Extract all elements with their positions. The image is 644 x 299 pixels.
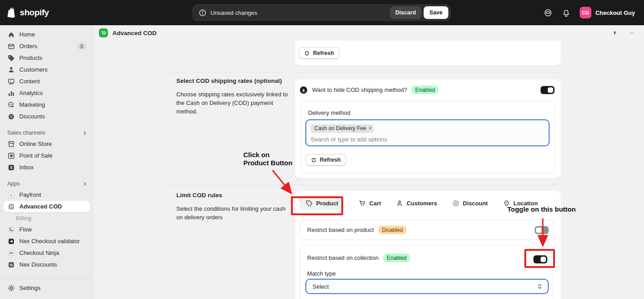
delivery-method-input[interactable]: Cash on Delivery Fee × Search or type to… (305, 119, 550, 146)
more-options-button[interactable] (627, 28, 637, 38)
unsaved-changes-label: Unsaved changes (210, 9, 257, 16)
delivery-method-label: Delivery method (308, 109, 350, 116)
annotation-toggle-hint: Toggle on this button (507, 205, 584, 213)
sidebar-item-home[interactable]: Home (4, 29, 90, 40)
home-icon (7, 31, 15, 38)
page-header-actions (610, 25, 637, 41)
nex-discounts-app-icon: % (7, 261, 15, 268)
chevron-updown-icon (537, 283, 542, 290)
section-description: Choose shipping rates exclusively linked… (176, 90, 288, 116)
advanced-cod-app-icon (99, 28, 108, 37)
content-icon (7, 78, 15, 85)
avatar: CG (580, 7, 591, 18)
refresh-button[interactable]: Refresh (305, 154, 346, 166)
chevron-right-icon (82, 131, 87, 136)
sidebar: Home Orders 3 Products Customers Content (0, 25, 94, 299)
user-name: Checkout Guy (595, 9, 635, 16)
tab-customers[interactable]: Customers (395, 197, 438, 210)
svg-text:¢: ¢ (10, 193, 12, 197)
online-store-icon (7, 140, 15, 148)
sidebar-section-apps[interactable]: Apps (0, 178, 94, 189)
section-description: Select the conditions for limiting your … (176, 204, 292, 222)
section-heading: Limit COD rules (176, 192, 290, 199)
discounts-icon (7, 113, 15, 120)
save-button[interactable]: Save (424, 6, 448, 19)
customers-icon (7, 66, 15, 73)
sidebar-item-advanced-cod[interactable]: Advanced COD (4, 201, 90, 212)
annotation-box-collection-toggle (524, 249, 555, 268)
sidebar-item-content[interactable]: Content (4, 76, 90, 87)
sidebar-item-inbox[interactable]: S Inbox (4, 162, 90, 173)
refresh-icon (311, 157, 317, 163)
restrict-collection-row: Restrict based on collection Enabled Mat… (300, 245, 554, 299)
sidebar-item-settings[interactable]: Settings (4, 282, 90, 294)
sidebar-item-customers[interactable]: Customers (4, 64, 90, 75)
annotation-box-product-tab (291, 196, 343, 215)
page-header: Advanced COD (94, 25, 644, 41)
shopify-admin: shopify Unsaved changes Discard Save CG … (0, 0, 644, 299)
sidebar-item-nex-discounts[interactable]: % Nex Discounts (4, 259, 90, 270)
svg-text:%: % (9, 263, 13, 267)
notifications-bell-button[interactable] (559, 5, 573, 20)
status-badge: Disabled (378, 226, 407, 234)
remove-chip-icon[interactable]: × (368, 126, 371, 131)
chevron-right-icon (82, 181, 87, 186)
sidebar-item-billing[interactable]: Billing (4, 213, 90, 223)
sidebar-item-flow[interactable]: Flow (4, 224, 90, 235)
delivery-method-box: Delivery method Cash on Delivery Fee × S… (300, 101, 555, 173)
shopify-logo[interactable]: shopify (7, 0, 49, 25)
sidebar-item-products[interactable]: Products (4, 52, 90, 63)
sidebar-item-nex-checkout-validator[interactable]: Nex Checkout validator (4, 236, 90, 247)
discard-button[interactable]: Discard (390, 6, 421, 19)
sidebar-item-orders[interactable]: Orders 3 (4, 41, 90, 52)
sidebar-section-sales-channels[interactable]: Sales channels (0, 127, 94, 138)
user-menu[interactable]: CG Checkout Guy (577, 5, 638, 20)
sidebar-item-marketing[interactable]: Marketing (4, 99, 90, 110)
sidekick-button[interactable] (541, 5, 555, 20)
section-divider (164, 185, 561, 185)
sidebar-item-payfront[interactable]: ¢ Payfront (4, 189, 90, 200)
pin-button[interactable] (610, 28, 620, 38)
sidebar-item-discounts[interactable]: Discounts (4, 111, 90, 122)
cart-icon (359, 200, 366, 207)
orders-count-badge: 3 (77, 43, 86, 50)
alert-icon (199, 9, 206, 17)
annotation-click-product: Click on Product Button (243, 151, 296, 167)
shopify-bag-icon (7, 7, 17, 18)
sidebar-item-checkout-ninja[interactable]: Checkout Ninja (4, 247, 90, 258)
orders-icon (7, 43, 15, 50)
refresh-button[interactable]: Refresh (299, 47, 340, 59)
hide-cod-toggle[interactable] (541, 86, 555, 94)
sidebar-item-online-store[interactable]: Online Store (4, 138, 90, 150)
match-type-label: Match type (307, 270, 336, 277)
discount-icon (452, 200, 459, 207)
sidebar-item-analytics[interactable]: Analytics (4, 87, 90, 99)
status-badge: Enabled (383, 254, 410, 262)
flow-app-icon (7, 226, 15, 233)
annotation-arrow-product (273, 170, 291, 192)
svg-text:S: S (10, 165, 13, 170)
input-placeholder: Search or type to add options (311, 136, 544, 143)
section-divider (164, 72, 561, 72)
main-content: Advanced COD Refresh Select COD shipping… (94, 25, 644, 299)
unsaved-changes-bar: Unsaved changes Discard Save (192, 5, 451, 21)
restrict-product-toggle[interactable] (535, 226, 549, 234)
section-heading: Select COD shipping rates (optional) (176, 77, 290, 84)
page-title: Advanced COD (112, 30, 157, 36)
topbar-right: CG Checkout Guy (541, 0, 638, 25)
restrict-product-row: Restrict based on product Disabled (300, 220, 554, 240)
tab-discount[interactable]: Discount (452, 197, 489, 210)
selected-option-chip[interactable]: Cash on Delivery Fee × (311, 124, 374, 133)
checkout-ninja-app-icon (7, 249, 15, 257)
advanced-cod-app-icon (7, 203, 15, 210)
hide-cod-shipping-card: $ Want to hide COD shipping method? Enab… (295, 79, 561, 178)
sidebar-item-point-of-sale[interactable]: Point of Sale (4, 150, 90, 161)
settings-gear-icon (7, 285, 15, 292)
tab-cart[interactable]: Cart (358, 197, 382, 210)
payfront-app-icon: ¢ (7, 191, 15, 199)
match-type-select[interactable]: Select (305, 279, 549, 294)
marketing-icon (7, 101, 15, 109)
restrict-product-label: Restrict based on product (307, 227, 374, 233)
topbar: shopify Unsaved changes Discard Save CG … (0, 0, 644, 25)
sidebar-nav: Home Orders 3 Products Customers Content (0, 25, 94, 270)
